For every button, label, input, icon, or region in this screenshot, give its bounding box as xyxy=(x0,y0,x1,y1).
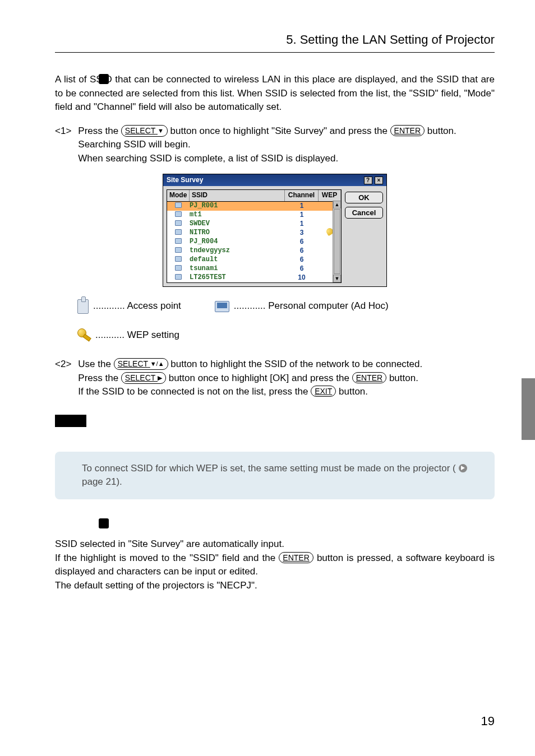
col-wep: WEP xyxy=(319,190,341,201)
exit-button-label: EXIT xyxy=(311,386,336,397)
channel-cell: 10 xyxy=(285,273,319,282)
mode-icon xyxy=(175,211,182,217)
legend: ............ Access point ............ P… xyxy=(77,299,495,342)
list-item[interactable]: NITRO3 xyxy=(167,229,341,238)
scrollbar[interactable]: ▲ ▼ xyxy=(333,201,341,282)
ssid-cell: PJ_R001 xyxy=(190,201,285,211)
mode-icon xyxy=(175,229,182,235)
channel-cell: 6 xyxy=(285,246,319,256)
list-item[interactable]: tsunami6 xyxy=(167,265,341,273)
list-item[interactable]: LT265TEST10 xyxy=(167,273,341,282)
step-2-l1-post: button to highlight the SSID of the netw… xyxy=(170,359,422,369)
channel-cell: 6 xyxy=(285,237,319,247)
scroll-up-icon[interactable]: ▲ xyxy=(333,201,341,208)
list-header: Mode SSID Channel WEP xyxy=(167,190,341,201)
channel-cell: 3 xyxy=(285,228,319,238)
mode-icon xyxy=(175,265,182,271)
ssid-list[interactable]: Mode SSID Channel WEP PJ_R0011mt11SWDEV1… xyxy=(167,189,342,282)
select-right-button-label: SELECT ▶ xyxy=(121,372,166,384)
page-header: 5. Setting the LAN Setting of Projector xyxy=(55,31,495,53)
close-icon[interactable]: × xyxy=(375,177,383,184)
ssid-cell: mt1 xyxy=(190,210,285,220)
ssid-cell: SWDEV xyxy=(190,219,285,229)
step-1-text-a-mid: button once to highlight "Site Survey" a… xyxy=(170,126,390,136)
select-updown-button-label: SELECT ▼/▲ xyxy=(114,358,168,370)
mode-icon xyxy=(175,274,182,280)
intro-text: A list of SSID that can be connected to … xyxy=(55,73,495,114)
dialog-title: Site Survey xyxy=(167,175,203,185)
list-item[interactable]: default6 xyxy=(167,256,341,265)
note-text-b: page 21). xyxy=(82,476,122,487)
list-item[interactable]: SWDEV1 xyxy=(167,220,341,229)
step-1: <1> Press the SELECT ▼ button once to hi… xyxy=(55,124,495,166)
legend-wep: ........... WEP setting xyxy=(95,328,179,342)
step-2: <2> Use the SELECT ▼/▲ button to highlig… xyxy=(55,358,495,399)
step-2-l3-pre: If the SSID to be connected is not on th… xyxy=(78,386,311,397)
list-item[interactable]: PJ_R0046 xyxy=(167,238,341,247)
channel-cell: 6 xyxy=(285,264,319,273)
step-2-l2-post: button. xyxy=(389,373,418,383)
enter-button-label: ENTER xyxy=(390,125,425,136)
note-heading xyxy=(55,415,495,432)
ssid-l2-pre: If the highlight is moved to the "SSID" … xyxy=(55,553,279,563)
mode-icon xyxy=(175,202,182,208)
step-1-number: <1> xyxy=(55,124,71,166)
legend-personal-computer: ............ Personal computer (Ad Hoc) xyxy=(234,299,389,313)
channel-cell: 6 xyxy=(285,255,319,265)
channel-cell: 1 xyxy=(285,210,319,220)
page-ref-icon xyxy=(459,464,467,472)
access-point-icon xyxy=(77,299,89,314)
mode-icon xyxy=(175,247,182,253)
wep-key-icon xyxy=(77,328,91,342)
ssid-cell: tndevgyysz xyxy=(190,246,285,256)
channel-cell: 1 xyxy=(285,219,319,229)
page-number: 19 xyxy=(481,712,495,730)
section-bullet xyxy=(99,74,109,84)
step-1-text-c: When searching SSID is complete, a list … xyxy=(78,152,495,166)
step-2-l2-mid: button once to highlight [OK] and press … xyxy=(169,373,352,383)
ok-button[interactable]: OK xyxy=(345,192,383,203)
section-bullet-2 xyxy=(99,518,109,528)
select-down-button-label: SELECT ▼ xyxy=(121,125,168,137)
note-text-a: To connect SSID for which WEP is set, th… xyxy=(82,463,456,474)
enter-button-label-3: ENTER xyxy=(279,552,313,563)
step-2-number: <2> xyxy=(55,358,71,399)
ssid-cell: NITRO xyxy=(190,228,285,238)
step-1-text-a-post: button. xyxy=(427,126,456,136)
ssid-cell: PJ_R004 xyxy=(190,237,285,247)
step-1-text-b: Searching SSID will begin. xyxy=(78,138,495,152)
mode-icon xyxy=(175,256,182,262)
site-survey-dialog: Site Survey ? × Mode SSID Channel WEP xyxy=(163,174,387,287)
col-ssid: SSID xyxy=(190,190,285,201)
ssid-l3: The default setting of the projectors is… xyxy=(55,579,495,593)
mode-icon xyxy=(175,238,182,244)
legend-access-point: ............ Access point xyxy=(93,299,181,313)
header-title: 5. Setting the LAN Setting of Projector xyxy=(55,31,495,49)
scroll-thumb[interactable] xyxy=(334,209,340,273)
enter-button-label-2: ENTER xyxy=(352,372,386,383)
step-1-text-a-pre: Press the xyxy=(78,126,121,136)
scroll-down-icon[interactable]: ▼ xyxy=(333,275,341,282)
col-mode: Mode xyxy=(167,190,190,201)
personal-computer-icon xyxy=(215,301,229,312)
help-icon[interactable]: ? xyxy=(364,177,372,184)
ssid-cell: tsunami xyxy=(190,264,285,273)
channel-cell: 1 xyxy=(285,201,319,211)
step-2-l1-pre: Use the xyxy=(78,359,113,369)
dialog-titlebar: Site Survey ? × xyxy=(163,174,386,186)
step-2-l3-post: button. xyxy=(339,386,368,397)
list-item[interactable]: mt11 xyxy=(167,211,341,220)
side-tab-indicator xyxy=(522,378,535,440)
ssid-cell: default xyxy=(190,255,285,265)
mode-icon xyxy=(175,220,182,226)
col-channel: Channel xyxy=(285,190,319,201)
cancel-button[interactable]: Cancel xyxy=(345,207,383,219)
list-item[interactable]: PJ_R0011 xyxy=(167,202,341,211)
step-2-l2-pre: Press the xyxy=(78,373,121,383)
note-box: To connect SSID for which WEP is set, th… xyxy=(55,452,495,499)
ssid-cell: LT265TEST xyxy=(190,273,285,282)
list-item[interactable]: tndevgyysz6 xyxy=(167,247,341,256)
ssid-l1: SSID selected in "Site Survey" are autom… xyxy=(55,537,495,551)
